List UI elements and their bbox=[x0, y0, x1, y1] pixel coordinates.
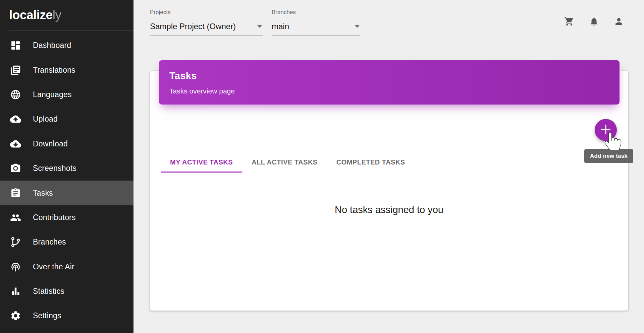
sidebar-item-label: Branches bbox=[33, 238, 66, 247]
tasks-icon bbox=[10, 188, 21, 199]
sidebar-item-label: Tasks bbox=[33, 189, 53, 198]
sidebar-nav: Dashboard Translations Languages Upload bbox=[0, 33, 133, 328]
sidebar-item-contributors[interactable]: Contributors bbox=[0, 205, 133, 230]
empty-state-message: No tasks assigned to you bbox=[150, 204, 628, 215]
tab-my-active-tasks[interactable]: MY ACTIVE TASKS bbox=[161, 153, 242, 173]
settings-icon bbox=[10, 310, 21, 321]
project-select[interactable]: Projects Sample Project (Owner) bbox=[150, 9, 263, 36]
branches-icon bbox=[10, 237, 21, 248]
mouse-cursor-hand-icon bbox=[605, 133, 621, 151]
branch-select-value[interactable]: main bbox=[272, 22, 360, 36]
localizely-app: localizely Dashboard Translations La bbox=[0, 0, 644, 333]
statistics-icon bbox=[10, 286, 21, 297]
account-icon[interactable] bbox=[614, 16, 624, 26]
sidebar-item-branches[interactable]: Branches bbox=[0, 230, 133, 254]
sidebar: localizely Dashboard Translations La bbox=[0, 0, 133, 333]
sidebar-item-screenshots[interactable]: Screenshots bbox=[0, 156, 133, 181]
shopping-cart-icon[interactable] bbox=[564, 16, 574, 26]
tasks-tabs: MY ACTIVE TASKS ALL ACTIVE TASKS COMPLET… bbox=[161, 153, 415, 173]
dashboard-icon bbox=[10, 40, 21, 51]
screenshots-icon bbox=[10, 163, 21, 174]
languages-icon bbox=[10, 89, 21, 100]
topbar-actions bbox=[564, 16, 624, 26]
sidebar-item-label: Contributors bbox=[33, 213, 76, 222]
sidebar-item-label: Dashboard bbox=[33, 41, 71, 50]
sidebar-item-over-the-air[interactable]: Over the Air bbox=[0, 255, 133, 279]
sidebar-item-label: Statistics bbox=[33, 287, 64, 296]
logo-primary: localize bbox=[9, 8, 53, 22]
sidebar-item-label: Settings bbox=[33, 311, 61, 320]
sidebar-item-label: Download bbox=[33, 139, 68, 148]
branch-select-text: main bbox=[272, 22, 289, 31]
page-title: Tasks bbox=[169, 70, 620, 81]
sidebar-item-label: Languages bbox=[33, 90, 72, 99]
page-subtitle: Tasks overview page bbox=[169, 87, 620, 95]
branch-select-label: Branches bbox=[272, 9, 360, 15]
sidebar-item-label: Translations bbox=[33, 66, 75, 75]
sidebar-item-label: Screenshots bbox=[33, 164, 76, 173]
sidebar-item-settings[interactable]: Settings bbox=[0, 304, 133, 328]
branch-select[interactable]: Branches main bbox=[272, 9, 360, 36]
sidebar-item-label: Over the Air bbox=[33, 262, 74, 271]
notifications-icon[interactable] bbox=[589, 16, 599, 26]
project-select-label: Projects bbox=[150, 9, 263, 15]
project-select-value[interactable]: Sample Project (Owner) bbox=[150, 22, 263, 36]
sidebar-divider bbox=[9, 30, 133, 30]
app-logo: localizely bbox=[0, 0, 133, 30]
sidebar-item-statistics[interactable]: Statistics bbox=[0, 279, 133, 304]
logo-secondary: ly bbox=[53, 8, 61, 22]
chevron-down-icon bbox=[355, 25, 360, 28]
sidebar-item-download[interactable]: Download bbox=[0, 132, 133, 156]
sidebar-item-upload[interactable]: Upload bbox=[0, 107, 133, 131]
sidebar-item-languages[interactable]: Languages bbox=[0, 82, 133, 107]
page-header-banner: Tasks Tasks overview page bbox=[159, 60, 620, 105]
translations-icon bbox=[10, 65, 21, 76]
tasks-card bbox=[150, 71, 628, 311]
sidebar-item-translations[interactable]: Translations bbox=[0, 58, 133, 82]
sidebar-item-tasks[interactable]: Tasks bbox=[0, 181, 133, 205]
download-icon bbox=[10, 138, 21, 149]
sidebar-item-dashboard[interactable]: Dashboard bbox=[0, 33, 133, 58]
chevron-down-icon bbox=[257, 25, 262, 28]
upload-icon bbox=[10, 114, 21, 125]
contributors-icon bbox=[10, 212, 21, 223]
over-the-air-icon bbox=[10, 261, 21, 272]
tab-all-active-tasks[interactable]: ALL ACTIVE TASKS bbox=[242, 153, 327, 173]
sidebar-item-label: Upload bbox=[33, 115, 58, 124]
project-select-text: Sample Project (Owner) bbox=[150, 22, 236, 31]
tab-completed-tasks[interactable]: COMPLETED TASKS bbox=[327, 153, 415, 173]
